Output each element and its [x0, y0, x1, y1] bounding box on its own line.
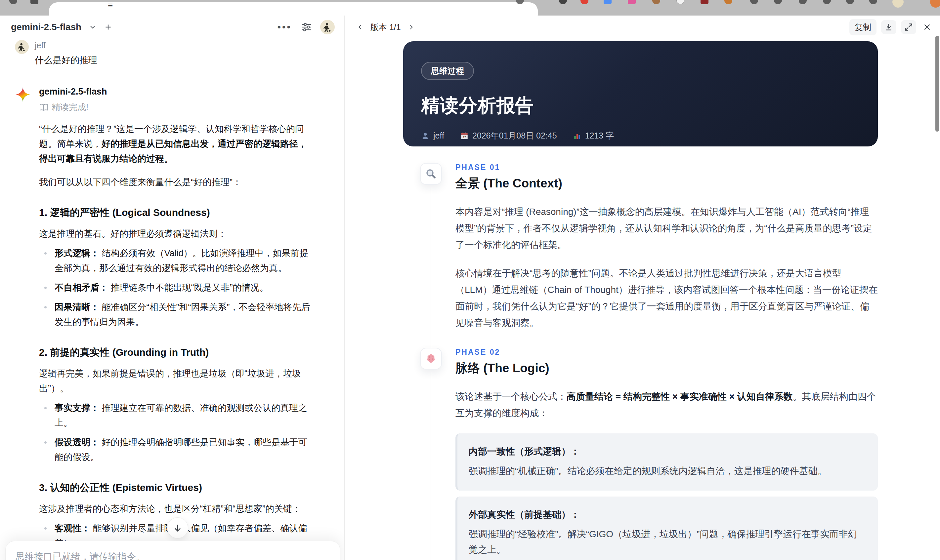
chat-title[interactable]: gemini-2.5-flash: [11, 22, 82, 32]
browser-history-icon[interactable]: [846, 0, 854, 4]
phase-paragraph: 核心情境在于解决“思考的随意性”问题。不论是人类通过批判性思维进行决策，还是大语…: [455, 265, 878, 331]
card-title: 外部真实性（前提基础）：: [468, 508, 864, 521]
browser-profile-avatar[interactable]: [892, 0, 904, 8]
assistant-message: gemini-2.5-flash 精读完成! “什么是好的推理？”这是一个涉及逻…: [15, 87, 328, 560]
list-item: 不自相矛盾： 推理链条中不能出现“既是又非”的情况。: [39, 280, 314, 295]
close-button[interactable]: [923, 23, 931, 31]
more-options-button[interactable]: •••: [277, 22, 292, 33]
person-icon: [421, 132, 430, 140]
assistant-name: gemini-2.5-flash: [39, 87, 328, 97]
phase-paragraph: 该论述基于一个核心公式：高质量结论 = 结构完整性 × 事实准确性 × 认知自律…: [455, 388, 878, 422]
list-item: 假设透明： 好的推理会明确指明哪些是已知事实，哪些是基于可能的假设。: [39, 435, 314, 465]
paragraph: 我们可以从以下四个维度来衡量什么是“好的推理”：: [39, 175, 314, 190]
arrow-down-icon: [173, 523, 183, 533]
book-icon: [39, 103, 48, 111]
chevron-right-icon[interactable]: [407, 23, 415, 31]
user-message: jeff 什么是好的推理: [15, 40, 328, 66]
bullet-list: 事实支撑： 推理建立在可靠的数据、准确的观测或公认的真理之上。 假设透明： 好的…: [39, 401, 314, 465]
extension-icon[interactable]: [628, 0, 636, 4]
card-body: 强调推理的“经验校准”。解决“GIGO（垃圾进，垃圾出）”问题，确保推理引擎运行…: [468, 526, 864, 557]
report-wordcount: 1213 字: [573, 130, 614, 141]
new-chat-button[interactable]: [104, 23, 112, 31]
artifact-panel: 版本 1/1 复制 思维过程: [344, 15, 940, 560]
bar-chart-icon: [573, 132, 581, 140]
chevron-left-icon[interactable]: [356, 23, 364, 31]
svg-text:17: 17: [463, 135, 466, 138]
report-date: 17 2026年01月08日 02:45: [460, 130, 557, 141]
version-label: 版本 1/1: [370, 22, 401, 33]
close-icon: [923, 23, 931, 31]
phase-section: PHASE 01 全景 (The Context) 本内容是对“推理 (Reas…: [403, 163, 878, 331]
phase-label: PHASE 02: [455, 348, 878, 357]
chevron-down-icon[interactable]: [89, 23, 97, 31]
gemini-star-icon: [15, 87, 31, 103]
copy-button[interactable]: 复制: [849, 19, 877, 35]
list-item: 形式逻辑： 结构必须有效（Valid）。比如演绎推理中，如果前提全部为真，那么通…: [39, 246, 314, 276]
phase-title: 脉络 (The Logic): [455, 360, 878, 377]
dimension-cards: 内部一致性（形式逻辑）： 强调推理的“机械正确”。结论必须在给定的规则系统内逻辑…: [455, 433, 878, 560]
version-navigation: 版本 1/1: [356, 22, 415, 33]
user-avatar: [15, 40, 29, 54]
scroll-to-bottom-button[interactable]: [167, 517, 188, 538]
phase-paragraph: 本内容是对“推理 (Reasoning)”这一抽象概念的高层建模。在知识爆炸与人…: [455, 204, 878, 253]
chat-header: gemini-2.5-flash •••: [0, 15, 344, 36]
phase-title: 全景 (The Context): [455, 175, 878, 192]
extension-icon[interactable]: [724, 0, 732, 4]
report-meta: jeff 17 2026年01月08日 02:45 1213 字: [421, 130, 858, 141]
assistant-status-text: 精读完成!: [52, 102, 88, 113]
section-heading: 2. 前提的真实性 (Grounding in Truth): [39, 345, 314, 360]
dimension-card: 内部一致性（形式逻辑）： 强调推理的“机械正确”。结论必须在给定的规则系统内逻辑…: [455, 433, 878, 491]
magnifier-icon: [420, 163, 442, 185]
assistant-message-body: “什么是好的推理？”这是一个涉及逻辑学、认知科学和哲学核心的问题。简单来说，好的…: [39, 122, 314, 560]
paragraph: “什么是好的推理？”这是一个涉及逻辑学、认知科学和哲学核心的问题。简单来说，好的…: [39, 122, 314, 166]
phase-timeline: [403, 348, 455, 560]
artifact-header: 版本 1/1 复制: [345, 15, 940, 37]
download-icon: [885, 23, 893, 31]
calendar-icon: 17: [460, 132, 468, 140]
browser-corner-icon[interactable]: [930, 0, 940, 8]
menu-icon[interactable]: ≡: [108, 0, 113, 11]
extension-icon[interactable]: [701, 0, 709, 4]
extension-icon[interactable]: [604, 0, 612, 4]
phase-timeline: [403, 163, 455, 331]
browser-toolbar: ≡: [0, 0, 940, 15]
browser-reload-icon[interactable]: [9, 0, 17, 4]
extension-icon[interactable]: [581, 0, 589, 4]
expand-icon: [904, 23, 913, 31]
section-heading: 3. 认知的公正性 (Epistemic Virtues): [39, 480, 314, 495]
section-intro: 这是推理的基石。好的推理必须遵循逻辑法则：: [39, 226, 314, 242]
section-heading: 1. 逻辑的严密性 (Logical Soundness): [39, 205, 314, 220]
report-hero-card: 思维过程 精读分析报告 jeff 17 2026年01月08日 02:45 12…: [403, 42, 878, 146]
user-message-text: 什么是好的推理: [35, 54, 97, 66]
extension-icon[interactable]: [559, 0, 567, 4]
artifact-content: 思维过程 精读分析报告 jeff 17 2026年01月08日 02:45 12…: [345, 37, 940, 560]
browser-split-icon[interactable]: [774, 0, 782, 4]
section-intro: 这涉及推理者的心态和方法论，也是区分“杠精”和“思想家”的关键：: [39, 502, 314, 516]
fullscreen-button[interactable]: [901, 20, 916, 34]
message-input[interactable]: 思维接口已就绪，请传输指令。: [15, 551, 330, 560]
list-item: 因果清晰： 能准确区分“相关性”和“因果关系”，不会轻率地将先后发生的事情归为因…: [39, 300, 314, 329]
dimension-card: 外部真实性（前提基础）： 强调推理的“经验校准”。解决“GIGO（垃圾进，垃圾出…: [455, 497, 878, 560]
browser-edit-icon[interactable]: [799, 0, 807, 4]
settings-sliders-icon[interactable]: [301, 22, 312, 32]
extension-icon[interactable]: [652, 0, 660, 4]
bullet-list: 形式逻辑： 结构必须有效（Valid）。比如演绎推理中，如果前提全部为真，那么通…: [39, 246, 314, 329]
browser-address-bar[interactable]: ≡: [49, 2, 538, 15]
report-author: jeff: [421, 131, 444, 140]
extension-icon[interactable]: [676, 0, 684, 4]
assistant-status: 精读完成!: [39, 102, 328, 113]
browser-tabs-icon[interactable]: [869, 0, 877, 4]
browser-apps-icon[interactable]: [31, 0, 39, 4]
user-avatar[interactable]: [320, 20, 335, 34]
brain-icon: [420, 348, 442, 369]
download-button[interactable]: [881, 20, 896, 34]
report-badge: 思维过程: [421, 62, 474, 80]
message-composer[interactable]: 思维接口已就绪，请传输指令。: [5, 541, 341, 560]
browser-save-icon[interactable]: [823, 0, 831, 4]
artifact-actions: 复制: [849, 19, 931, 35]
user-name: jeff: [35, 40, 97, 50]
message-list: jeff 什么是好的推理 gemini-2.5-flash: [0, 36, 344, 560]
list-item: 事实支撑： 推理建立在可靠的数据、准确的观测或公认的真理之上。: [39, 401, 314, 431]
scrollbar[interactable]: [935, 36, 939, 132]
extension-icon[interactable]: [750, 0, 758, 4]
